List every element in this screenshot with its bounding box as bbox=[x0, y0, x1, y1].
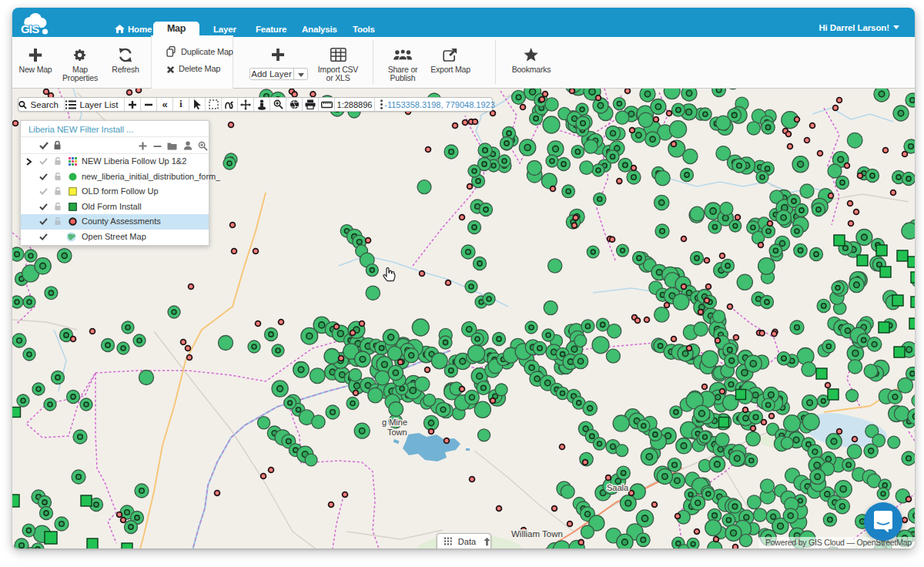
svg-text:g Mine: g Mine bbox=[382, 418, 407, 427]
svg-text:GIS: GIS bbox=[21, 22, 39, 35]
svg-text:William Town: William Town bbox=[511, 529, 563, 538]
svg-text:Saala: Saala bbox=[607, 483, 629, 492]
svg-text:Town: Town bbox=[387, 428, 407, 437]
